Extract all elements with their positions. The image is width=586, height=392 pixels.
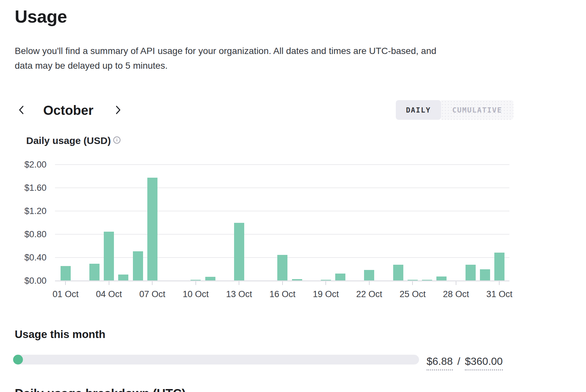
page-title: Usage [15,7,67,26]
y-axis-label: $0.00 [14,276,46,286]
x-axis-label: 28 Oct [435,289,477,299]
prev-month-button[interactable] [16,103,27,117]
daily-breakdown-heading: Daily usage breakdown (UTC) [15,387,186,392]
chevron-right-icon [114,104,122,116]
chart-bar[interactable] [147,178,157,280]
tab-cumulative[interactable]: CUMULATIVE [441,100,513,120]
usage-amount-used[interactable]: $6.88 [427,355,453,370]
chart-bar[interactable] [408,280,418,280]
chart-bar[interactable] [89,264,100,280]
chart-bar[interactable] [292,279,302,280]
x-axis-label: 25 Oct [391,289,434,299]
x-axis-tick [239,281,239,285]
x-axis-tick [369,281,370,285]
x-axis-label: 16 Oct [261,289,304,299]
chart-bar[interactable] [364,270,374,280]
chart-bar[interactable] [494,253,504,280]
chart-bar[interactable] [436,276,447,280]
y-axis-label: $1.60 [14,183,46,193]
y-gridline [55,187,509,188]
x-axis-tick [412,281,413,285]
usage-progress-fill [13,355,23,365]
y-axis-label: $0.80 [14,229,46,239]
chart-bar[interactable] [277,255,287,280]
usage-progress-track [13,355,419,365]
y-gridline [55,234,509,235]
usage-amount-separator: / [457,355,460,367]
y-axis-label: $0.40 [14,253,46,262]
page-description: Below you'll find a summary of API usage… [15,44,453,73]
chart-bar[interactable] [133,251,143,280]
next-month-button[interactable] [113,103,124,117]
x-axis-tick [195,281,196,285]
chart-bar[interactable] [422,280,432,280]
x-axis-label: 07 Oct [131,289,174,299]
chevron-left-icon [17,104,26,116]
info-icon[interactable]: i [113,136,120,144]
chart-bar[interactable] [205,277,215,280]
x-axis-tick [499,281,500,285]
x-axis-label: 13 Oct [218,289,260,299]
chart-bar[interactable] [466,265,476,280]
x-axis-label: 22 Oct [348,289,391,299]
view-mode-toggle: DAILY CUMULATIVE [396,100,513,120]
x-axis-label: 01 Oct [44,289,87,299]
x-axis-tick [456,281,456,285]
x-axis-label: 10 Oct [174,289,217,299]
usage-month-heading: Usage this month [15,328,105,341]
usage-page: Usage Below you'll find a summary of API… [0,0,586,392]
chart-bar[interactable] [191,280,201,280]
x-axis-tick [109,281,109,285]
x-axis-tick [65,281,66,285]
chart-bar[interactable] [104,232,114,280]
chart-bar[interactable] [335,274,345,280]
chart-bar[interactable] [61,266,71,280]
chart-bar[interactable] [118,275,128,280]
y-axis-label: $1.20 [14,206,46,216]
chart-bar[interactable] [480,269,490,280]
x-axis-label: 19 Oct [304,289,347,299]
chart-bar[interactable] [321,280,331,280]
x-axis-label: 04 Oct [88,289,130,299]
x-axis-tick [282,281,283,285]
x-axis-tick [152,281,153,285]
y-axis-label: $2.00 [14,160,46,169]
usage-limit[interactable]: $360.00 [465,355,503,370]
current-month-label: October [43,103,93,117]
y-gridline [55,164,509,165]
chart-bar[interactable] [234,223,244,280]
y-gridline [55,211,509,211]
chart-title: Daily usage (USD) [26,135,111,147]
usage-amounts: $6.88 / $360.00 [427,355,503,370]
y-gridline [55,280,509,281]
x-axis-tick [325,281,326,285]
chart-bar[interactable] [393,265,403,280]
tab-daily[interactable]: DAILY [396,100,441,120]
x-axis-label: 31 Oct [478,289,521,299]
